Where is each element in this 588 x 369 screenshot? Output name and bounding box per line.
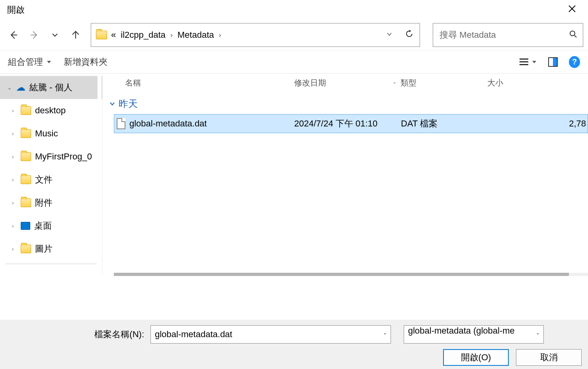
tree-label: 桌面 [34, 220, 52, 232]
tree-item-desktop[interactable]: › desktop [0, 99, 102, 122]
address-dropdown[interactable] [386, 31, 393, 39]
folder-icon [21, 152, 31, 161]
tree-label: Music [35, 128, 58, 139]
chevron-right-icon: › [12, 200, 21, 206]
filename-combo[interactable]: ⌄ [150, 325, 391, 344]
column-name[interactable]: 名稱 [103, 78, 294, 88]
chevron-down-icon [109, 101, 115, 107]
tree-item-desktop-zh[interactable]: › 桌面 [0, 214, 102, 237]
tree-item-music[interactable]: › Music [0, 122, 102, 145]
column-headers[interactable]: 名稱 修改日期 ⌄ 類型 大小 [103, 74, 588, 93]
chevron-down-icon: ⌄ [7, 84, 16, 91]
svg-point-5 [570, 31, 575, 36]
bottom-panel: 檔案名稱(N): ⌄ global-metadata (global-me ⌄ … [0, 320, 588, 369]
chevron-right-icon: › [12, 153, 21, 160]
new-folder-label: 新增資料夾 [64, 56, 107, 68]
up-button[interactable] [67, 26, 84, 44]
help-button[interactable]: ? [569, 56, 580, 68]
file-type-filter[interactable]: global-metadata (global-me ⌄ [404, 325, 544, 344]
tree-item-onedrive[interactable]: ⌄ ☁ 紘騰 - 個人 [0, 76, 102, 99]
navigation-row: « il2cpp_data › Metadata › [0, 20, 588, 50]
forward-button[interactable] [25, 26, 43, 44]
new-folder-button[interactable]: 新增資料夾 [64, 56, 107, 68]
preview-pane-icon [548, 57, 558, 67]
file-icon [117, 118, 125, 129]
chevron-right-icon: › [12, 130, 21, 137]
tree-label: 紘騰 - 個人 [29, 82, 72, 93]
filter-value: global-metadata (global-me [404, 325, 544, 344]
folder-icon [21, 175, 31, 184]
chevron-down-icon [46, 59, 52, 65]
filename-label: 檔案名稱(N): [0, 328, 147, 340]
column-date-label: 修改日期 [294, 78, 326, 87]
file-name: global-metadata.dat [129, 118, 207, 129]
chevron-right-icon: › [170, 31, 173, 39]
cloud-icon: ☁ [16, 82, 25, 93]
chevron-right-icon: › [12, 177, 21, 183]
chevron-right-icon: › [219, 31, 221, 39]
chevron-right-icon: › [12, 246, 21, 252]
horizontal-scrollbar[interactable] [114, 273, 588, 276]
folder-icon [96, 31, 107, 39]
column-date[interactable]: 修改日期 ⌄ [294, 78, 400, 88]
folder-icon [21, 245, 31, 253]
tree-item-myfirstprog[interactable]: › MyFirstProg_0 [0, 145, 102, 168]
preview-pane-button[interactable] [547, 56, 559, 68]
tree-item-pictures[interactable]: › 圖片 [0, 237, 102, 260]
title-bar: 開啟 [0, 0, 588, 20]
chevron-right-icon: › [12, 223, 21, 229]
breadcrumb-segment[interactable]: il2cpp_data [121, 30, 166, 40]
breadcrumb[interactable]: « il2cpp_data › Metadata › [111, 30, 221, 40]
file-size: 2,78 [488, 118, 588, 129]
address-bar[interactable]: « il2cpp_data › Metadata › [91, 23, 420, 47]
chevron-right-icon: › [12, 107, 21, 114]
chevron-down-icon[interactable]: ⌄ [393, 79, 397, 85]
folder-icon [21, 106, 31, 115]
folder-icon [21, 129, 31, 138]
search-box[interactable] [433, 23, 583, 47]
tree-label: 文件 [35, 174, 53, 186]
breadcrumb-segment[interactable]: Metadata [178, 30, 214, 40]
organize-menu[interactable]: 組合管理 [8, 56, 52, 68]
tree-item-attachments[interactable]: › 附件 [0, 191, 102, 214]
chevron-down-icon [531, 59, 537, 65]
folder-tree[interactable]: ⌄ ☁ 紘騰 - 個人 › desktop › Music › MyFirstP… [0, 74, 103, 276]
column-type[interactable]: 類型 [400, 78, 487, 88]
main-area: ⌄ ☁ 紘騰 - 個人 › desktop › Music › MyFirstP… [0, 73, 588, 276]
file-date: 2024/7/24 下午 01:10 [294, 118, 401, 130]
dialog-title: 開啟 [7, 4, 25, 16]
recent-dropdown[interactable] [46, 26, 64, 44]
file-type: DAT 檔案 [401, 118, 488, 130]
view-menu[interactable] [520, 56, 537, 68]
cancel-button[interactable]: 取消 [516, 349, 582, 366]
column-size[interactable]: 大小 [487, 78, 588, 88]
folder-icon [21, 198, 31, 207]
file-name-cell: global-metadata.dat [114, 118, 294, 129]
tree-separator [6, 264, 97, 264]
file-list-area: 名稱 修改日期 ⌄ 類型 大小 昨天 global-metadata.dat 2… [103, 74, 588, 276]
tree-item-documents[interactable]: › 文件 [0, 168, 102, 191]
breadcrumb-prefix: « [111, 30, 116, 40]
tree-label: 附件 [35, 197, 53, 209]
tree-label: 圖片 [35, 243, 53, 255]
close-icon[interactable] [563, 1, 581, 19]
search-icon[interactable] [569, 30, 577, 40]
open-button[interactable]: 開啟(O) [443, 349, 509, 366]
group-header[interactable]: 昨天 [103, 93, 588, 114]
list-view-icon [520, 58, 528, 65]
tree-label: desktop [35, 105, 66, 116]
svg-line-6 [574, 35, 576, 37]
tree-label: MyFirstProg_0 [35, 151, 92, 162]
file-row[interactable]: global-metadata.dat 2024/7/24 下午 01:10 D… [114, 114, 588, 133]
organize-label: 組合管理 [8, 56, 43, 68]
group-label: 昨天 [119, 97, 138, 110]
desktop-icon [21, 222, 30, 230]
help-icon: ? [569, 56, 580, 68]
back-button[interactable] [5, 26, 22, 44]
filename-input[interactable] [150, 325, 391, 344]
toolbar: 組合管理 新增資料夾 ? [0, 50, 588, 73]
search-input[interactable] [440, 30, 576, 40]
refresh-icon[interactable] [404, 29, 414, 41]
